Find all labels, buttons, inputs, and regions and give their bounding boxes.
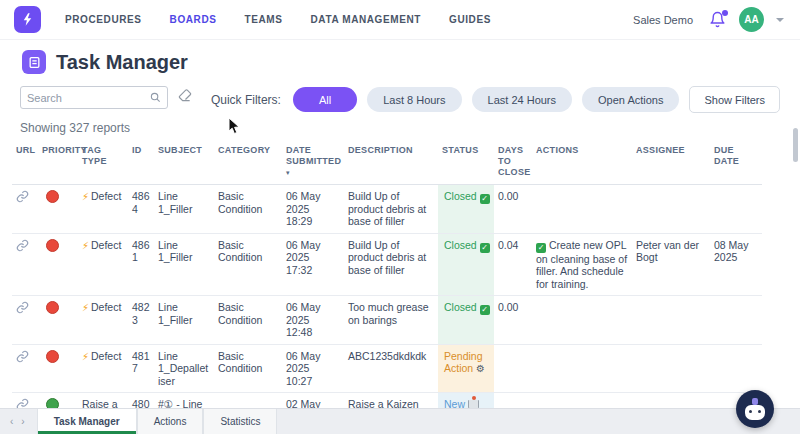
column-header-priority[interactable]: PRIORITY [38, 137, 78, 185]
scrollbar-thumb[interactable] [793, 128, 798, 162]
subject-cell: Line 1_Filler [154, 233, 214, 296]
nav-item-teams[interactable]: TEAMS [245, 14, 283, 25]
assignee-cell [632, 185, 710, 234]
mouse-cursor [228, 117, 241, 135]
pending-gear-icon: ⚙ [476, 363, 485, 374]
quick-filters: Quick Filters: AllLast 8 HoursLast 24 Ho… [211, 86, 780, 113]
footer-tab-actions[interactable]: Actions [137, 409, 204, 434]
actions-text: Create new OPL on cleaning base of fille… [536, 239, 627, 290]
quick-filter-all[interactable]: All [293, 87, 357, 112]
column-header-assignee[interactable]: ASSIGNEE [632, 137, 710, 185]
date-submitted-cell: 06 May 202510:27 [282, 344, 344, 393]
closed-check-icon: ✓ [480, 194, 490, 204]
due-date-cell [710, 185, 762, 234]
table-row: ⚡Defect4823Line 1_FillerBasic Condition0… [12, 296, 762, 345]
status-cell: Closed ✓ [438, 233, 494, 296]
nav-item-guides[interactable]: GUIDES [449, 14, 491, 25]
account-name: Sales Demo [633, 14, 693, 26]
quick-filter-last-24-hours[interactable]: Last 24 Hours [472, 87, 572, 112]
column-header-tag-type[interactable]: TAG TYPE [78, 137, 128, 185]
footer-tab-bar: ‹ › Task ManagerActionsStatistics [0, 408, 800, 434]
priority-cell [38, 185, 78, 234]
app-logo-icon[interactable] [14, 6, 41, 33]
assignee-cell: Peter van der Bogt [632, 233, 710, 296]
nav-item-procedures[interactable]: PROCEDURES [65, 14, 142, 25]
chatbot-button[interactable] [736, 390, 774, 428]
tab-scroll-left-icon[interactable]: ‹ [10, 416, 13, 427]
status-label: Closed [444, 301, 477, 313]
url-cell [12, 344, 38, 393]
tag-type-label: Defect [91, 301, 121, 313]
link-icon[interactable] [16, 193, 29, 205]
priority-cell [38, 296, 78, 345]
quick-filter-open-actions[interactable]: Open Actions [582, 87, 679, 112]
time-value: 12:48 [286, 326, 340, 339]
notification-bell-icon[interactable] [709, 11, 727, 29]
subject-cell: Line 1_Filler [154, 185, 214, 234]
link-icon[interactable] [16, 242, 29, 254]
days-to-close-cell [494, 344, 532, 393]
tag-type-cell: ⚡Defect [78, 344, 128, 393]
results-summary: Showing 327 reports [0, 113, 800, 135]
date-submitted-cell: 06 May 202518:29 [282, 185, 344, 234]
table-row: ⚡Defect4861Line 1_FillerBasic Condition0… [12, 233, 762, 296]
column-header-subject[interactable]: SUBJECT [154, 137, 214, 185]
status-cell: Closed ✓ [438, 185, 494, 234]
chevron-down-icon[interactable] [776, 18, 784, 22]
closed-check-icon: ✓ [480, 305, 490, 315]
column-header-days-to-close[interactable]: DAYS TO CLOSE [494, 137, 532, 185]
description-cell: ABC1235dkdkdk [344, 344, 438, 393]
priority-red-icon [46, 350, 59, 363]
priority-cell [38, 233, 78, 296]
url-cell [12, 296, 38, 345]
eraser-icon[interactable] [178, 89, 192, 107]
nav-item-boards[interactable]: BOARDS [170, 14, 217, 25]
search-input[interactable] [27, 92, 150, 104]
column-header-status[interactable]: STATUS [438, 137, 494, 185]
notification-badge [722, 10, 728, 16]
category-cell: Basic Condition [214, 233, 282, 296]
status-label: Closed [444, 239, 477, 251]
description-cell: Build Up of product debris at base of fi… [344, 233, 438, 296]
quick-filters-label: Quick Filters: [211, 93, 281, 107]
filter-row: Quick Filters: AllLast 8 HoursLast 24 Ho… [0, 80, 800, 113]
tag-type-label: Defect [91, 350, 121, 362]
column-header-url[interactable]: URL [12, 137, 38, 185]
column-header-actions[interactable]: ACTIONS [532, 137, 632, 185]
table-header-row: URLPRIORITYTAG TYPEIDSUBJECTCATEGORYDATE… [12, 137, 762, 185]
link-icon[interactable] [16, 304, 29, 316]
column-header-id[interactable]: ID [128, 137, 154, 185]
table-row: ⚡Defect4817Line 1_DepalletiserBasic Cond… [12, 344, 762, 393]
column-header-due-date[interactable]: DUE DATE [710, 137, 762, 185]
title-row: Task Manager [0, 40, 800, 80]
column-header-category[interactable]: CATEGORY [214, 137, 282, 185]
nav-menu: PROCEDURESBOARDSTEAMSDATA MANAGEMENTGUID… [65, 14, 633, 25]
time-value: 17:32 [286, 264, 340, 277]
priority-red-icon [46, 190, 59, 203]
avatar[interactable]: AA [739, 7, 764, 32]
nav-right: Sales Demo AA [633, 7, 784, 32]
footer-tab-statistics[interactable]: Statistics [203, 409, 277, 434]
priority-cell [38, 344, 78, 393]
column-header-date-submitted[interactable]: DATE SUBMITTED ▾ [282, 137, 344, 185]
category-cell: Basic Condition [214, 344, 282, 393]
reports-table: URLPRIORITYTAG TYPEIDSUBJECTCATEGORYDATE… [12, 137, 762, 434]
column-header-description[interactable]: DESCRIPTION [344, 137, 438, 185]
vertical-scrollbar[interactable] [793, 128, 798, 398]
id-cell: 4864 [128, 185, 154, 234]
footer-tab-task-manager[interactable]: Task Manager [37, 409, 137, 434]
subject-cell: Line 1_Filler [154, 296, 214, 345]
link-icon[interactable] [16, 353, 29, 365]
tab-scroll-right-icon[interactable]: › [21, 416, 24, 427]
defect-bolt-icon: ⚡ [82, 302, 89, 313]
closed-check-icon: ✓ [480, 243, 490, 253]
quick-filter-last-8-hours[interactable]: Last 8 Hours [367, 87, 461, 112]
defect-bolt-icon: ⚡ [82, 240, 89, 251]
search-box [20, 86, 168, 109]
action-check-icon: ✓ [536, 243, 546, 253]
nav-item-data-management[interactable]: DATA MANAGEMENT [311, 14, 421, 25]
show-filters-button[interactable]: Show Filters [689, 86, 780, 113]
tag-type-cell: ⚡Defect [78, 185, 128, 234]
actions-cell [532, 185, 632, 234]
top-nav: PROCEDURESBOARDSTEAMSDATA MANAGEMENTGUID… [0, 0, 800, 40]
